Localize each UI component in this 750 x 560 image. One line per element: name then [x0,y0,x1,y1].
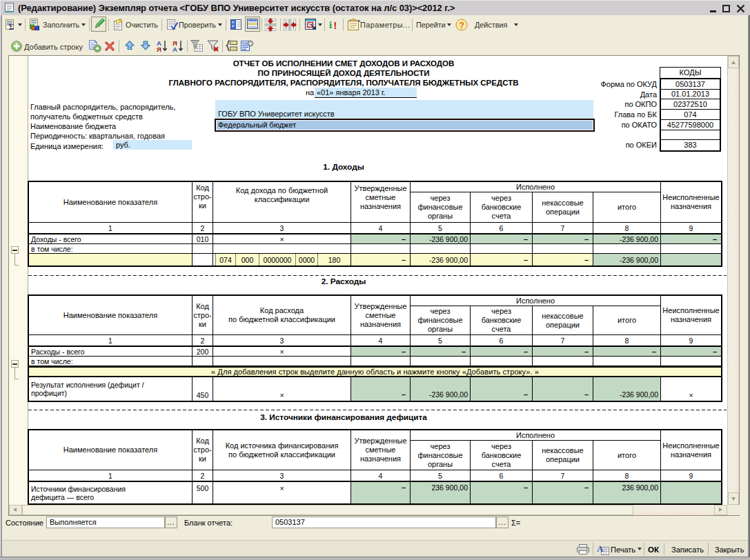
svg-text:А: А [597,543,604,554]
svg-text:Σ: Σ [9,23,14,31]
svg-text:Я: Я [157,46,161,53]
svg-text:А: А [172,46,177,53]
svg-text:?: ? [460,21,464,30]
